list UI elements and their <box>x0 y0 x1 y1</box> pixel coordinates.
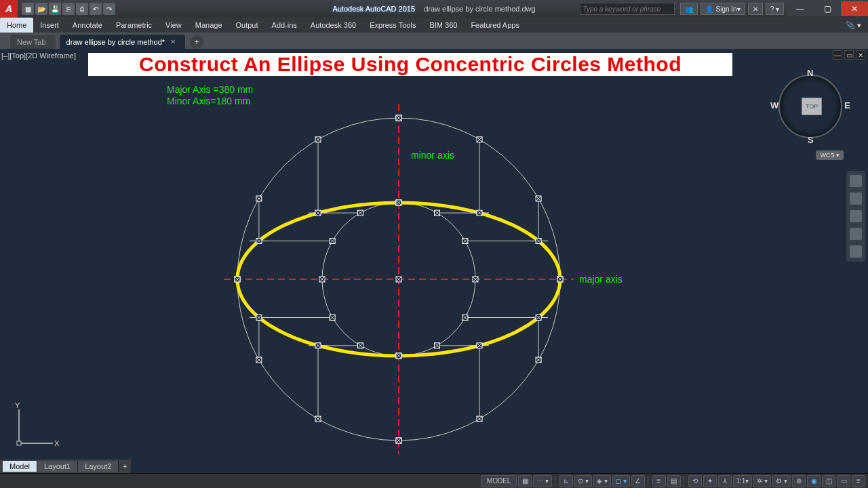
maximize-button[interactable]: ▢ <box>814 1 841 16</box>
workspace-icon[interactable]: ⚙ ▾ <box>772 475 791 487</box>
infocenter-icon[interactable]: 👥 <box>680 3 698 15</box>
save-icon[interactable]: 💾 <box>49 3 61 15</box>
file-tab-label: draw ellipse by circle method* <box>66 38 165 46</box>
close-button[interactable]: ✕ <box>841 1 868 16</box>
transparency-icon[interactable]: ▤ <box>667 475 681 487</box>
viewcube-top-face[interactable]: TOP <box>802 98 822 115</box>
tab-express[interactable]: Express Tools <box>363 18 422 33</box>
status-bar: MODEL ▦ ⋯ ▾ ⊾ ⊙ ▾ ◈ ▾ ◻ ▾ ∠ ≡ ▤ ⟲ ✦ ⅄ 1:… <box>0 473 868 488</box>
tab-a360[interactable]: Autodesk 360 <box>304 18 363 33</box>
tab-home[interactable]: Home <box>0 18 33 33</box>
help-search-input[interactable] <box>580 3 675 15</box>
status-model-button[interactable]: MODEL <box>481 475 517 487</box>
lineweight-icon[interactable]: ≡ <box>652 475 666 487</box>
tab-view[interactable]: View <box>159 18 189 33</box>
compass-n[interactable]: N <box>807 68 813 78</box>
sign-in-label: Sign In <box>716 5 737 13</box>
file-tabs: New Tab draw ellipse by circle method*✕ … <box>0 33 868 49</box>
ucs-icon[interactable]: X Y <box>12 403 60 453</box>
navigation-bar <box>846 171 865 262</box>
drawing-geometry: minor axis major axis <box>0 49 868 473</box>
tab-addins[interactable]: Add-ins <box>265 18 304 33</box>
zoom-icon[interactable] <box>850 210 862 222</box>
new-icon[interactable]: ▦ <box>22 3 34 15</box>
open-icon[interactable]: 📂 <box>35 3 47 15</box>
grid-icon[interactable]: ▦ <box>518 475 532 487</box>
undo-icon[interactable]: ↶ <box>90 3 102 15</box>
annoscale-button[interactable]: 1:1 ▾ <box>733 475 753 487</box>
compass-e[interactable]: E <box>844 100 850 110</box>
annomonitor-icon[interactable]: ⊕ <box>792 475 806 487</box>
cleanscreen-icon[interactable]: ▭ <box>837 475 850 487</box>
nav-wheel-icon[interactable] <box>850 175 862 187</box>
wcs-badge[interactable]: WCS ▾ <box>816 150 844 160</box>
osnap-icon[interactable]: ◻ ▾ <box>612 475 630 487</box>
title-text: Autodesk AutoCAD 2015 draw ellipse by ci… <box>332 5 535 13</box>
iso-icon[interactable]: ◈ ▾ <box>593 475 611 487</box>
app-name: Autodesk AutoCAD 2015 <box>332 5 415 13</box>
ribbon-expand-icon[interactable]: 📎 ▾ <box>839 18 868 33</box>
ribbon-tabs: Home Insert Annotate Parametric View Man… <box>0 18 868 33</box>
annovisibility-icon[interactable]: ✲ ▾ <box>753 475 771 487</box>
quick-access-toolbar: ▦ 📂 💾 ⎘ ⎙ ↶ ↷ <box>18 3 119 15</box>
ucs-y-label: Y <box>15 401 20 409</box>
tab-bim360[interactable]: BIM 360 <box>422 18 464 33</box>
tab-output[interactable]: Output <box>229 18 265 33</box>
add-layout-button[interactable]: + <box>119 462 131 470</box>
snap-icon[interactable]: ⋯ ▾ <box>533 475 552 487</box>
tab-insert[interactable]: Insert <box>33 18 66 33</box>
saveas-icon[interactable]: ⎘ <box>62 3 75 15</box>
new-file-tab-button[interactable]: + <box>190 35 203 49</box>
ortho-icon[interactable]: ⊾ <box>559 475 573 487</box>
plot-icon[interactable]: ⎙ <box>76 3 88 15</box>
pan-icon[interactable] <box>850 192 862 205</box>
wcs-label: WCS <box>820 152 834 159</box>
tab-parametric[interactable]: Parametric <box>109 18 159 33</box>
tab-featured[interactable]: Featured Apps <box>464 18 526 33</box>
file-name: draw ellipse by circle method.dwg <box>424 5 535 13</box>
layout-tab-1[interactable]: Layout1 <box>37 461 78 472</box>
otrack-icon[interactable]: ∠ <box>631 475 645 487</box>
layout-tab-model[interactable]: Model <box>3 461 37 472</box>
help-icon[interactable]: ? ▾ <box>766 3 784 15</box>
ucs-x-label: X <box>54 439 60 447</box>
svg-text:minor axis: minor axis <box>411 150 454 161</box>
svg-rect-150 <box>17 441 21 445</box>
view-cube[interactable]: TOP N S W E <box>773 69 848 144</box>
hardwareaccel-icon[interactable]: ◉ <box>807 475 821 487</box>
customize-icon[interactable]: ≡ <box>852 475 865 487</box>
file-tab-label: New Tab <box>17 38 46 46</box>
file-tab-current[interactable]: draw ellipse by circle method*✕ <box>59 34 186 49</box>
svg-text:major axis: major axis <box>579 274 623 285</box>
cycling-icon[interactable]: ⟲ <box>688 475 702 487</box>
sign-in-button[interactable]: 👤 Sign In ▾ <box>701 3 745 15</box>
minimize-button[interactable]: — <box>787 1 814 16</box>
orbit-icon[interactable] <box>850 228 862 240</box>
close-tab-icon[interactable]: ✕ <box>170 38 176 45</box>
showmotion-icon[interactable] <box>850 245 862 258</box>
redo-icon[interactable]: ↷ <box>103 3 115 15</box>
polar-icon[interactable]: ⊙ ▾ <box>574 475 592 487</box>
file-tab-new[interactable]: New Tab <box>9 34 56 49</box>
title-bar: A ▦ 📂 💾 ⎘ ⎙ ↶ ↷ Autodesk AutoCAD 2015 dr… <box>0 0 868 18</box>
compass-s[interactable]: S <box>808 135 814 145</box>
scale-label: 1:1 <box>736 477 746 485</box>
isolate-icon[interactable]: ◫ <box>822 475 835 487</box>
layout-tab-2[interactable]: Layout2 <box>78 461 119 472</box>
compass-w[interactable]: W <box>770 100 778 110</box>
dynucs-icon[interactable]: ⅄ <box>718 475 732 487</box>
exchange-icon[interactable]: ✕ <box>748 3 763 15</box>
app-logo[interactable]: A <box>0 0 18 18</box>
tab-annotate[interactable]: Annotate <box>66 18 109 33</box>
layout-tabs: Model Layout1 Layout2 + <box>0 460 131 473</box>
tab-manage[interactable]: Manage <box>189 18 229 33</box>
3dosnap-icon[interactable]: ✦ <box>703 475 717 487</box>
drawing-viewport[interactable]: [–][Top][2D Wireframe] — ▭ ✕ Construct A… <box>0 49 868 473</box>
